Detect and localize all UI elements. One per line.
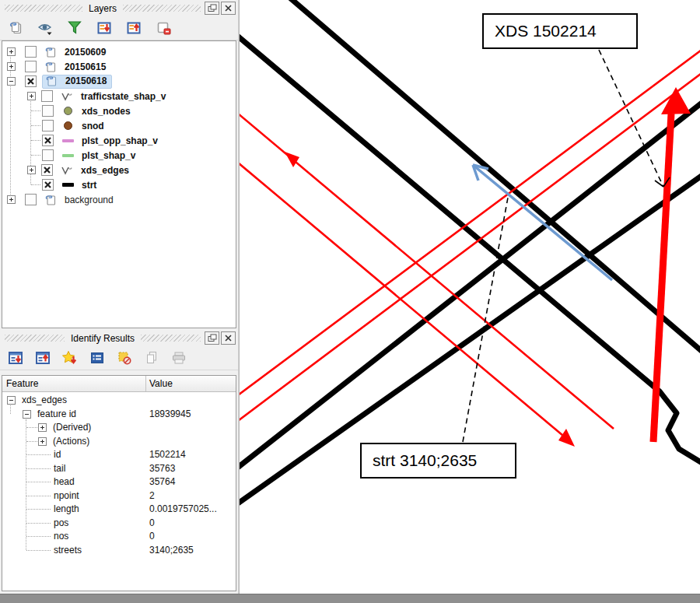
identify-results-table: Feature Value xds_edges feature id 18939… [2, 375, 236, 591]
group-icon [44, 46, 58, 58]
float-panel-button[interactable] [205, 331, 219, 345]
expand-icon[interactable] [7, 195, 16, 204]
close-panel-button[interactable] [221, 2, 236, 15]
group-icon [44, 194, 58, 205]
layer-row-snod[interactable]: snod [2, 118, 236, 133]
result-row-derived[interactable]: (Derived) [2, 420, 236, 434]
result-row-id[interactable]: id 1502214 [2, 447, 236, 461]
result-row-length[interactable]: length 0.0019757025... [2, 502, 236, 516]
map-canvas[interactable]: XDS 1502214 strt 3140;2635 [239, 0, 700, 594]
titlebar-texture [5, 5, 82, 12]
collapse-icon[interactable] [7, 77, 16, 86]
result-row-nos[interactable]: nos 0 [2, 529, 236, 543]
feature-cell: id [54, 449, 61, 460]
layer-checkbox[interactable] [25, 46, 37, 58]
feature-cell: length [54, 503, 79, 514]
feature-cell: pos [54, 517, 68, 528]
layers-panel: Layers [0, 0, 239, 330]
group-icon [44, 61, 58, 72]
result-row-head[interactable]: head 35764 [2, 475, 236, 489]
value-cell: 35763 [149, 463, 175, 474]
open-form-icon[interactable] [89, 350, 105, 366]
layers-panel-title: Layers [85, 3, 121, 14]
result-row-feature-id[interactable]: feature id 18939945 [2, 407, 236, 421]
manage-layer-visibility-eye-icon[interactable] [37, 20, 53, 36]
collapse-icon[interactable] [7, 396, 16, 405]
feature-cell: npoint [54, 490, 79, 501]
column-header-value[interactable]: Value [149, 378, 173, 389]
remove-layer-icon[interactable] [156, 20, 171, 36]
result-row-pos[interactable]: pos 0 [2, 516, 236, 530]
layer-row-20150609[interactable]: 20150609 [2, 44, 236, 59]
xds-edge-lines [240, 46, 700, 440]
filter-legend-icon[interactable] [67, 20, 82, 36]
expand-icon[interactable] [27, 166, 36, 174]
layer-label: snod [82, 121, 104, 131]
collapse-tree-icon[interactable] [35, 350, 51, 366]
layer-label: 20150615 [65, 61, 106, 72]
close-panel-button[interactable] [221, 331, 236, 345]
layer-label: xds_edges [81, 165, 129, 176]
result-row-streets[interactable]: streets 3140;2635 [2, 543, 236, 557]
expand-icon[interactable] [27, 92, 36, 100]
identify-toolbar [0, 345, 238, 370]
result-row-actions[interactable]: (Actions) [2, 434, 236, 448]
layer-checkbox[interactable] [42, 105, 54, 117]
feature-cell: feature id [37, 408, 76, 419]
layer-checkbox-checked[interactable] [41, 164, 53, 176]
blue-direction-arrow [473, 165, 612, 280]
value-cell: 0 [149, 517, 155, 528]
feature-cell: nos [54, 531, 68, 542]
value-cell: 18939945 [149, 408, 191, 419]
layer-row-strt[interactable]: strt [2, 177, 236, 192]
column-divider[interactable] [145, 376, 146, 391]
collapse-all-icon[interactable] [126, 20, 142, 36]
collapse-icon[interactable] [23, 410, 31, 419]
layer-row-xds-nodes[interactable]: xds_nodes [2, 103, 236, 118]
clear-results-icon[interactable] [117, 350, 132, 366]
layer-row-trafficstate[interactable]: trafficstate_shap_v [2, 89, 236, 103]
identify-panel-titlebar: Identify Results [0, 330, 238, 345]
layer-checkbox[interactable] [42, 149, 54, 161]
float-panel-button[interactable] [205, 2, 219, 15]
layer-checkbox-checked[interactable] [25, 75, 37, 87]
layer-row-background[interactable]: background [2, 192, 236, 207]
layer-row-plst[interactable]: plst_shap_v [2, 148, 236, 163]
expand-icon[interactable] [38, 423, 47, 432]
expand-tree-icon[interactable] [8, 350, 23, 366]
strt-road-lines [240, 0, 700, 505]
float-icon [208, 334, 217, 342]
layer-label: 20150609 [65, 47, 106, 58]
identify-panel-title: Identify Results [67, 333, 138, 344]
result-row-layer[interactable]: xds_edges [2, 393, 236, 407]
layer-row-20150615[interactable]: 20150615 [2, 59, 236, 74]
layer-checkbox[interactable] [25, 61, 37, 72]
layer-row-20150618[interactable]: 20150618 [2, 74, 236, 89]
feature-cell: (Actions) [53, 436, 89, 447]
expand-icon[interactable] [38, 437, 47, 446]
expand-icon[interactable] [7, 62, 16, 71]
line-symbol-icon [61, 135, 75, 146]
layer-row-plst-opp[interactable]: plst_opp_shap_v [2, 133, 236, 148]
feature-cell: xds_edges [22, 394, 67, 405]
expand-new-results-icon[interactable] [62, 350, 78, 366]
result-row-tail[interactable]: tail 35763 [2, 461, 236, 475]
expand-icon[interactable] [7, 47, 16, 56]
layer-checkbox-checked[interactable] [42, 135, 54, 146]
close-icon [225, 5, 232, 12]
print-icon[interactable] [171, 350, 187, 366]
line-symbol-icon [61, 149, 75, 161]
column-header-feature[interactable]: Feature [6, 378, 38, 389]
layer-label: trafficstate_shap_v [81, 91, 166, 102]
add-group-icon[interactable] [8, 20, 23, 36]
layer-label: xds_nodes [82, 106, 131, 117]
expand-all-icon[interactable] [96, 20, 112, 36]
layer-checkbox[interactable] [25, 194, 37, 205]
result-row-npoint[interactable]: npoint 2 [2, 489, 236, 503]
layer-row-xds-edges[interactable]: xds_edges [2, 163, 236, 177]
layer-checkbox-checked[interactable] [42, 179, 54, 191]
copy-icon[interactable] [144, 350, 159, 366]
feature-cell: head [54, 476, 75, 487]
layer-checkbox[interactable] [42, 120, 54, 131]
layer-checkbox[interactable] [41, 90, 53, 102]
